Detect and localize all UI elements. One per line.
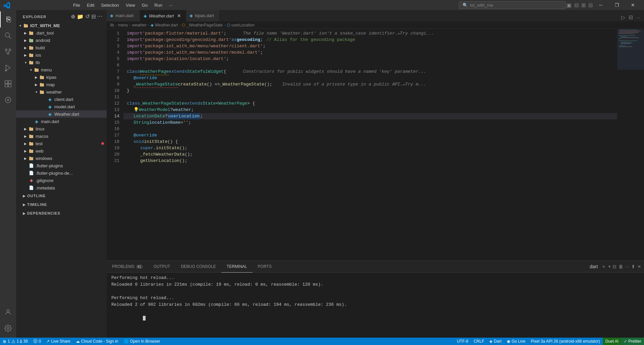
- menu-go[interactable]: Go: [139, 2, 150, 8]
- sidebar-item-model-dart[interactable]: ◈ model.dart: [16, 103, 107, 110]
- more-actions-icon[interactable]: ···: [97, 13, 103, 20]
- bc-weather-page-state[interactable]: _WeatherPageState: [186, 23, 223, 27]
- menu-run[interactable]: Run: [152, 2, 165, 8]
- run-debug-activity-icon[interactable]: [0, 60, 16, 76]
- status-line-ending[interactable]: CRLF: [471, 338, 487, 345]
- sidebar-item-flutter-plugins[interactable]: 📄 .flutter-plugins: [16, 162, 107, 169]
- split-editor-tab-icon[interactable]: ⊟: [628, 13, 634, 21]
- sidebar-item-macos[interactable]: ▶ macos: [16, 132, 107, 140]
- tab-main-dart[interactable]: ◈ main.dart: [107, 10, 140, 21]
- add-terminal-icon[interactable]: ＋: [601, 263, 606, 270]
- sidebar-item-linux[interactable]: ▶ linux: [16, 125, 107, 132]
- menu-selection[interactable]: Selection: [98, 2, 121, 8]
- tab-weather-dart[interactable]: ◈ Weather.dart ✕: [140, 10, 186, 21]
- maximize-button[interactable]: ❐: [609, 0, 625, 10]
- timeline-section[interactable]: ▶ TIMELINE: [16, 200, 107, 209]
- sidebar-item-flutter-plugins-de[interactable]: 📄 .flutter-plugins-de...: [16, 169, 107, 177]
- split-terminal-icon[interactable]: ⊟: [612, 264, 616, 269]
- dependencies-section[interactable]: ▶ DEPENDENCIES: [16, 209, 107, 218]
- svg-rect-11: [5, 84, 8, 87]
- menu-view[interactable]: View: [123, 2, 138, 8]
- menu-edit[interactable]: Edit: [84, 2, 97, 8]
- kill-terminal-icon[interactable]: 🗑: [619, 264, 623, 269]
- search-text: iot_with_me: [470, 3, 493, 8]
- sidebar-item-weather-dart[interactable]: ◈ Weather.dart: [16, 110, 107, 118]
- status-encoding[interactable]: UTF-8: [454, 338, 471, 345]
- tab-kipas-dart[interactable]: ◈ kipas.dart: [186, 10, 220, 21]
- panel-tab-terminal[interactable]: TERMINAL: [221, 261, 253, 273]
- svg-point-8: [5, 70, 7, 71]
- status-live-share[interactable]: ↗ Live Share: [44, 338, 73, 345]
- bc-menu[interactable]: menu: [118, 23, 128, 27]
- sidebar-item-ios[interactable]: ▶ ios: [16, 51, 107, 59]
- panel: PROBLEMS 41 OUTPUT DEBUG CONSOLE TERMINA…: [107, 261, 644, 338]
- bc-weather[interactable]: weather: [132, 23, 147, 27]
- toggle-sidebar-icon[interactable]: ▣: [567, 2, 572, 8]
- sidebar-item-menu[interactable]: ▾ menu: [16, 66, 107, 73]
- sidebar-item-web[interactable]: ▶ web: [16, 147, 107, 155]
- panel-more-icon[interactable]: ···: [625, 264, 629, 269]
- settings-activity-icon[interactable]: [0, 320, 16, 336]
- title-search[interactable]: 🔍 iot_with_me: [459, 1, 566, 9]
- menu-file[interactable]: File: [70, 2, 83, 8]
- new-file-icon[interactable]: ⊕: [71, 13, 75, 20]
- refresh-icon[interactable]: ↺: [85, 13, 90, 20]
- sidebar-item-lib[interactable]: ▾ lib: [16, 59, 107, 66]
- panel-tab-debug-console[interactable]: DEBUG CONSOLE: [175, 261, 221, 273]
- status-prettier[interactable]: ✓ Prettier: [621, 338, 644, 345]
- weather-dart-tab-close[interactable]: ✕: [176, 12, 182, 19]
- outline-section[interactable]: ▶ OUTLINE: [16, 191, 107, 200]
- status-go-live[interactable]: ◉ Go Live: [504, 338, 528, 345]
- tab-bar: ◈ main.dart ◈ Weather.dart ✕ ◈ kipas.dar…: [107, 10, 644, 22]
- layout-icon[interactable]: ⊟: [588, 2, 593, 8]
- code-area[interactable]: import 'package:flutter/material.dart'; …: [123, 29, 617, 261]
- status-cloud-code[interactable]: ☁ Cloud Code - Sign in: [73, 338, 121, 345]
- sidebar-item-build[interactable]: ▶ build: [16, 44, 107, 51]
- status-open-browser[interactable]: 🌐 Open In Browser: [121, 338, 163, 345]
- line-numbers: 1 2 3 4 5 6 7 8 9 10 11 12 13 14 15 16 1: [107, 29, 123, 261]
- remote-activity-icon[interactable]: [0, 92, 16, 108]
- accounts-activity-icon[interactable]: [0, 304, 16, 320]
- panel-tab-problems[interactable]: PROBLEMS 41: [107, 261, 148, 273]
- sidebar-item-client-dart[interactable]: ◈ client.dart: [16, 96, 107, 103]
- close-panel-icon[interactable]: ✕: [637, 264, 641, 269]
- tree-root[interactable]: ▾ IOT_WITH_ME: [16, 22, 107, 29]
- extensions-activity-icon[interactable]: [0, 76, 16, 92]
- explorer-activity-icon[interactable]: ⎘: [0, 11, 16, 27]
- collapse-all-icon[interactable]: ⊟: [91, 13, 96, 20]
- status-no-problems[interactable]: ⓪ 0: [31, 338, 44, 345]
- terminal-content[interactable]: Performing hot reload... Reloaded 0 libr…: [107, 273, 644, 338]
- search-activity-icon[interactable]: [0, 27, 16, 44]
- bc-lib[interactable]: lib: [110, 23, 114, 27]
- split-editor-icon[interactable]: ⊞: [581, 2, 586, 8]
- menu-more[interactable]: ···: [166, 2, 175, 8]
- more-tab-actions-icon[interactable]: ···: [635, 14, 641, 21]
- sidebar-item-dart-tool[interactable]: ▶ .dart_tool: [16, 29, 107, 37]
- sidebar-item-gitignore[interactable]: ◆ .gitignore: [16, 177, 107, 184]
- bc-user-location[interactable]: userLocation: [231, 23, 255, 27]
- new-folder-icon[interactable]: 📁: [77, 13, 84, 20]
- status-errors[interactable]: ⊗ 1 ⚠ 1 ℹ 39: [0, 338, 31, 345]
- sidebar-item-test[interactable]: ▶ test: [16, 140, 107, 147]
- minimize-button[interactable]: ─: [593, 0, 608, 10]
- run-icon-tab[interactable]: ▷: [620, 13, 626, 21]
- panel-tab-output[interactable]: OUTPUT: [148, 261, 175, 273]
- sidebar-item-main-dart[interactable]: ◈ main.dart: [16, 118, 107, 125]
- close-button[interactable]: ✕: [625, 0, 641, 10]
- status-duet-ai[interactable]: Duet AI: [603, 338, 621, 345]
- sidebar-item-android[interactable]: ▶ android: [16, 37, 107, 44]
- status-device[interactable]: Pixel 3a API 26 (android-x86 emulator): [528, 338, 603, 345]
- sidebar-item-kipas[interactable]: ▶ kipas: [16, 73, 107, 81]
- panel-tab-ports[interactable]: PORTS: [253, 261, 277, 273]
- sidebar-item-map[interactable]: ▶ map: [16, 81, 107, 88]
- sidebar-item-windows[interactable]: ▶ windows: [16, 155, 107, 162]
- ios-chevron: ▶: [23, 52, 28, 58]
- bc-weather-dart[interactable]: Weather.dart: [155, 23, 178, 27]
- sidebar-item-metadata[interactable]: 📄 .metadata: [16, 184, 107, 191]
- toggle-panel-icon[interactable]: ⊟: [574, 2, 579, 8]
- maximize-panel-icon[interactable]: ⬆: [631, 264, 635, 269]
- source-control-activity-icon[interactable]: [0, 44, 16, 60]
- sidebar-item-weather[interactable]: ▾ weather: [16, 88, 107, 96]
- status-language[interactable]: ◈ Dart: [487, 338, 504, 345]
- terminal-dropdown-icon[interactable]: ▾: [608, 264, 610, 269]
